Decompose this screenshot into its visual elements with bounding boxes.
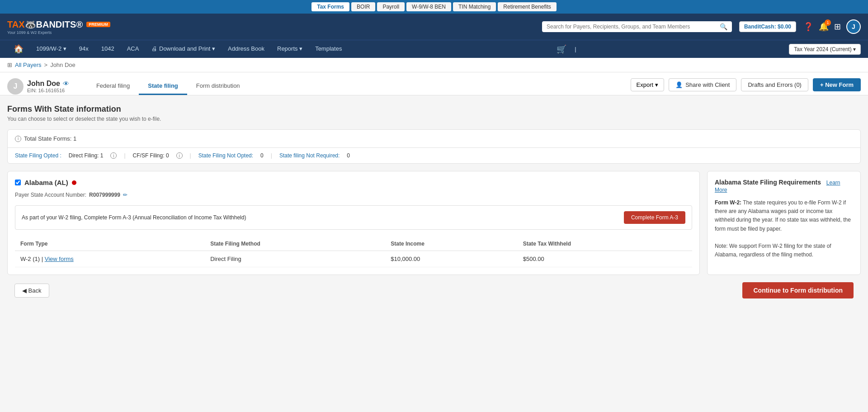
tab-federal-filing[interactable]: Federal filing xyxy=(87,78,139,95)
total-forms-label: Total State Forms: 1 xyxy=(24,135,76,142)
state-filing-not-opted-value: 0 xyxy=(260,152,264,159)
top-nav-item-boir[interactable]: BOIR xyxy=(351,2,375,11)
chevron-down-icon: ▾ xyxy=(655,81,658,88)
bottom-bar: ◀ Back Continue to Form distribution xyxy=(7,275,861,306)
search-bar[interactable]: 🔍 xyxy=(542,21,732,32)
col-filing-method: State Filing Method xyxy=(205,237,385,251)
requirements-panel: Alabama State Filing Requirements Learn … xyxy=(707,171,861,275)
view-forms-link[interactable]: View forms xyxy=(45,256,74,262)
payer-info: J John Doe 👁 EIN: 16-1616516 xyxy=(7,78,69,95)
nav-reports[interactable]: Reports ▾ xyxy=(271,40,309,58)
top-nav-item-taxforms[interactable]: Tax Forms xyxy=(311,2,349,11)
top-nav-item-w9w8[interactable]: W-9/W-8 BEN xyxy=(406,2,451,11)
top-nav-item-tin[interactable]: TIN Matching xyxy=(453,2,496,11)
payer-ein: EIN: 16-1616516 xyxy=(27,88,69,93)
nav-address-book[interactable]: Address Book xyxy=(222,40,271,58)
state-section: Alabama (AL) Payer State Account Number:… xyxy=(7,171,700,275)
tab-state-filing[interactable]: State filing xyxy=(139,78,187,95)
requirements-title: Alabama State Filing Requirements Learn … xyxy=(715,179,853,193)
complete-form-a3-button[interactable]: Complete Form A-3 xyxy=(624,211,685,224)
account-row: Payer State Account Number: R007999999 ✏ xyxy=(15,192,692,198)
continue-button[interactable]: Continue to Form distribution xyxy=(742,282,854,298)
state-indicator-dot xyxy=(72,180,76,185)
top-nav: Tax Forms BOIR Payroll W-9/W-8 BEN TIN M… xyxy=(0,0,868,14)
form-table: Form Type State Filing Method State Inco… xyxy=(15,237,692,267)
tax-year-selector[interactable]: Tax Year 2024 (Current) ▾ xyxy=(789,44,861,55)
top-nav-item-retirement[interactable]: Retirement Benefits xyxy=(498,2,556,11)
cell-state-income: $10,000.00 xyxy=(385,251,517,267)
state-filing-not-required-value: 0 xyxy=(347,152,350,159)
user-avatar[interactable]: J xyxy=(846,19,861,34)
page-title: Forms With State information xyxy=(7,104,861,114)
summary-sep1: | xyxy=(124,152,125,159)
help-icon[interactable]: ❓ xyxy=(803,22,813,32)
action-buttons: Export ▾ 👤 Share with Client Drafts and … xyxy=(631,78,861,95)
total-forms-info-icon[interactable]: i xyxy=(15,136,21,142)
nav-94x[interactable]: 94x xyxy=(73,40,95,58)
search-icon: 🔍 xyxy=(720,23,727,30)
breadcrumb-sep: > xyxy=(44,62,48,68)
page-header: J John Doe 👁 EIN: 16-1616516 Federal fil… xyxy=(0,72,868,95)
col-state-tax: State Tax Withheld xyxy=(518,237,692,251)
form-notice: As part of your W-2 filing, Complete For… xyxy=(15,205,692,230)
summary-sep3: | xyxy=(271,152,272,159)
account-label: Payer State Account Number: xyxy=(15,192,86,198)
cell-filing-method: Direct Filing xyxy=(205,251,385,267)
cell-form-type: W-2 (1) | View forms xyxy=(15,251,205,267)
secondary-nav: 🏠 1099/W-2 ▾ 94x 1042 ACA 🖨 Download and… xyxy=(0,40,868,58)
search-input[interactable] xyxy=(547,24,720,30)
tab-form-distribution[interactable]: Form distribution xyxy=(187,78,249,95)
breadcrumb-icon: ⊞ xyxy=(7,62,12,68)
nav-1099w2[interactable]: 1099/W-2 ▾ xyxy=(30,40,73,58)
logo-tax: TAX xyxy=(7,19,25,29)
payer-avatar: J xyxy=(7,78,24,95)
state-name: Alabama (AL) xyxy=(24,179,68,186)
payer-details: John Doe 👁 EIN: 16-1616516 xyxy=(27,80,69,93)
nav-home[interactable]: 🏠 xyxy=(7,40,30,58)
page-subtitle: You can choose to select or deselect the… xyxy=(7,116,861,122)
back-button[interactable]: ◀ Back xyxy=(14,284,49,298)
col-state-income: State Income xyxy=(385,237,517,251)
content-grid: Alabama (AL) Payer State Account Number:… xyxy=(7,171,861,275)
edit-icon[interactable]: ✏ xyxy=(123,192,127,198)
export-button[interactable]: Export ▾ xyxy=(631,78,665,91)
summary-header: i Total State Forms: 1 xyxy=(8,130,860,148)
logo: TAX🦝BANDITS® PREMIUM Your 1099 & W2 Expe… xyxy=(7,19,110,35)
account-number: R007999999 xyxy=(89,192,120,198)
cell-state-tax: $500.00 xyxy=(518,251,692,267)
premium-badge: PREMIUM xyxy=(86,22,110,27)
main-header: TAX🦝BANDITS® PREMIUM Your 1099 & W2 Expe… xyxy=(0,14,868,40)
breadcrumb-all-payers[interactable]: All Payers xyxy=(15,62,42,68)
summary-sep2: | xyxy=(190,152,191,159)
alabama-checkbox[interactable] xyxy=(15,180,21,185)
cfsf-filing-value: CF/SF Filing: 0 xyxy=(133,152,169,159)
nav-download-print[interactable]: 🖨 Download and Print ▾ xyxy=(145,40,222,58)
cfsf-info-icon[interactable]: i xyxy=(176,152,183,159)
bandit-cash[interactable]: BanditCash: $0.00 xyxy=(739,21,796,32)
state-header: Alabama (AL) xyxy=(15,179,692,186)
requirements-text: Form W-2: The state requires you to e-fi… xyxy=(715,199,853,259)
state-filing-opted-label: State Filing Opted : xyxy=(15,152,61,159)
notification-count: 1 xyxy=(825,19,831,26)
breadcrumb: ⊞ All Payers > John Doe xyxy=(0,58,868,72)
logo-brand: BANDITS xyxy=(36,19,76,29)
notification-icon[interactable]: 🔔 1 xyxy=(819,22,829,32)
state-filing-not-required-label: State filing Not Required: xyxy=(279,152,340,159)
direct-filing-info-icon[interactable]: i xyxy=(110,152,117,159)
drafts-errors-button[interactable]: Drafts and Errors (0) xyxy=(741,78,808,91)
col-form-type: Form Type xyxy=(15,237,205,251)
payer-name: John Doe xyxy=(27,80,60,88)
share-icon: 👤 xyxy=(675,81,683,88)
nav-aca[interactable]: ACA xyxy=(121,40,146,58)
grid-icon[interactable]: ⊞ xyxy=(834,22,841,32)
nav-templates[interactable]: Templates xyxy=(309,40,348,58)
eye-icon[interactable]: 👁 xyxy=(63,80,69,87)
top-nav-item-payroll[interactable]: Payroll xyxy=(377,2,405,11)
state-filing-not-opted-label: State Filing Not Opted: xyxy=(198,152,253,159)
breadcrumb-current: John Doe xyxy=(50,62,75,68)
nav-1042[interactable]: 1042 xyxy=(95,40,121,58)
header-icons: ❓ 🔔 1 ⊞ J xyxy=(803,19,861,34)
cart-icon: 🛒 xyxy=(557,44,566,54)
share-with-client-button[interactable]: 👤 Share with Client xyxy=(669,78,736,91)
new-form-button[interactable]: + New Form xyxy=(813,78,861,91)
